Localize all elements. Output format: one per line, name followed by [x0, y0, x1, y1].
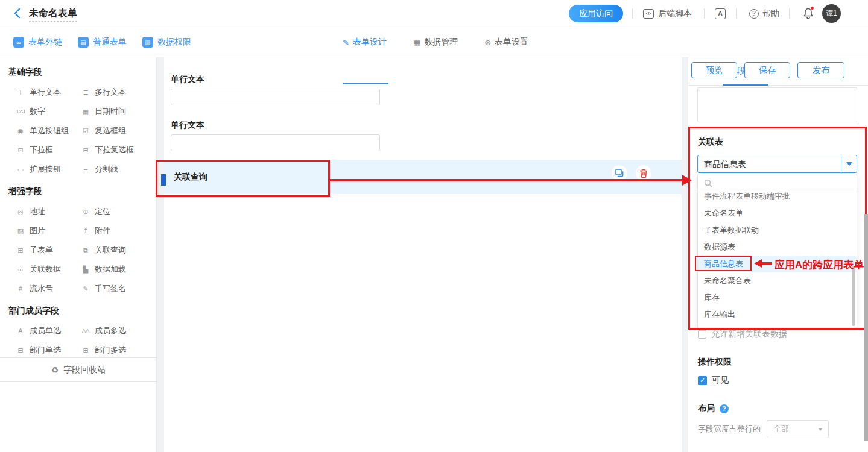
form-design-icon: ✎ [343, 38, 349, 47]
address-pin-icon: ◎ [16, 208, 25, 216]
dropdown-option[interactable]: 库存输出 [698, 306, 857, 323]
dropdown-search-input[interactable] [698, 174, 857, 192]
sidebar-item-single-line-text[interactable]: T单行文本 [16, 83, 81, 102]
sidebar-item-multi-line-text[interactable]: ≣多行文本 [81, 83, 156, 102]
data-management-icon: ▦ [413, 38, 420, 47]
item-label: 多行文本 [95, 87, 126, 98]
dropdown-option[interactable]: 数据源表 [698, 239, 857, 256]
notification-bell-icon[interactable] [802, 7, 816, 20]
help-circle-icon[interactable]: ? [720, 404, 729, 413]
sidebar-item-location[interactable]: ⊕定位 [81, 202, 156, 221]
item-label: 流水号 [30, 283, 53, 294]
sidebar-item-datetime[interactable]: ▦日期时间 [81, 102, 156, 121]
selected-field-lookup-query[interactable]: 关联查询 [164, 160, 682, 194]
sidebar-item-attachment[interactable]: ↥附件 [81, 221, 156, 240]
sidebar-item-select[interactable]: ⊡下拉框 [16, 140, 81, 160]
radio-icon: ◉ [16, 127, 25, 135]
sidebar-item-data-load[interactable]: ▙数据加载 [81, 260, 156, 279]
document-icon: ▤ [78, 37, 89, 48]
field-label: 单行文本 [171, 74, 204, 85]
annotation-arrowhead-right [682, 175, 692, 186]
item-label: 分割线 [95, 164, 118, 175]
question-circle-icon: ? [749, 9, 759, 19]
annotation-arrow-shaft [330, 179, 685, 181]
checkbox-visible-checked[interactable]: ✓ [698, 376, 707, 385]
code-icon: </> [643, 9, 654, 19]
item-label: 定位 [95, 206, 110, 217]
single-line-input[interactable] [171, 134, 380, 151]
item-label: 部门单选 [30, 345, 61, 356]
dropdown-option[interactable]: 库存 [698, 289, 857, 306]
item-label: 下拉复选框 [95, 145, 134, 155]
item-label: 数据加载 [95, 264, 126, 275]
divider [632, 8, 633, 19]
back-icon[interactable] [13, 8, 23, 19]
field-recycle-bin[interactable]: ♻ 字段回收站 [0, 357, 157, 382]
dropdown-option[interactable]: 未命名聚合表 [698, 272, 857, 289]
sidebar-item-radio-group[interactable]: ◉单选按钮组 [16, 121, 81, 140]
sidebar-item-divider-line[interactable]: ╍分割线 [81, 160, 156, 179]
item-label: 扩展按钮 [30, 164, 61, 175]
checkbox-allow-add[interactable] [698, 330, 706, 339]
sidebar-item-subform[interactable]: ⊞子表单 [16, 240, 81, 260]
dept-single-icon: ⊟ [16, 347, 25, 354]
sidebar-item-number[interactable]: 123数字 [16, 102, 81, 121]
multi-select-icon: ⊟ [81, 146, 90, 154]
translate-button[interactable]: A [715, 0, 726, 27]
item-label: 手写签名 [95, 283, 126, 294]
form-title[interactable]: 未命名表单 [29, 7, 77, 20]
related-table-value: 商品信息表 [704, 155, 746, 172]
item-label: 子表单 [30, 245, 53, 256]
visible-label: 可见 [712, 375, 729, 386]
normal-form-button[interactable]: ▤ 普通表单 [78, 37, 127, 48]
dropdown-option[interactable]: 未命名表单 [698, 205, 857, 222]
item-label: 日期时间 [95, 106, 126, 117]
checkbox-icon: ☑ [81, 127, 90, 135]
recycle-label: 字段回收站 [63, 365, 106, 375]
data-permission-button[interactable]: ▥ 数据权限 [142, 37, 191, 48]
tab-form-settings[interactable]: ⊛ 表单设置 [484, 37, 528, 48]
app-access-button[interactable]: 应用访问 [569, 5, 623, 22]
basic-fields-grid: T单行文本 ≣多行文本 123数字 ▦日期时间 ◉单选按钮组 ☑复选框组 ⊡下拉… [0, 83, 156, 179]
help-button[interactable]: ? 帮助 [749, 0, 779, 27]
field-width-select[interactable]: 全部 [767, 420, 829, 438]
dropdown-option[interactable]: 事件流程表单移动端审批 [698, 192, 857, 205]
sidebar-item-extend-button[interactable]: ▭扩展按钮 [16, 160, 81, 179]
field-label: 单行文本 [171, 120, 204, 131]
save-button[interactable]: 保存 [744, 62, 790, 78]
signature-icon: ✎ [81, 285, 90, 293]
item-label: 关联数据 [30, 264, 61, 275]
tab-data-management[interactable]: ▦ 数据管理 [413, 37, 458, 48]
sidebar-item-member-multi[interactable]: AA成员多选 [81, 321, 156, 341]
property-textarea[interactable] [697, 87, 857, 122]
sidebar-item-checkbox-group[interactable]: ☑复选框组 [81, 121, 156, 140]
recycle-icon: ♻ [51, 365, 59, 375]
sidebar-item-address[interactable]: ◎地址 [16, 202, 81, 221]
dropdown-scrollbar[interactable] [852, 266, 855, 326]
divider [789, 8, 790, 19]
sidebar-item-lookup-query[interactable]: ⧉关联查询 [81, 240, 156, 260]
publish-button[interactable]: 发布 [797, 62, 844, 78]
panel-scrollbar[interactable] [864, 214, 868, 441]
sidebar-item-related-data[interactable]: ∞关联数据 [16, 260, 81, 279]
form-external-link-button[interactable]: ∞ 表单外链 [13, 37, 62, 48]
sidebar-item-image[interactable]: ▨图片 [16, 221, 81, 240]
sidebar-item-multi-select[interactable]: ⊟下拉复选框 [81, 140, 156, 160]
preview-button[interactable]: 预览 [691, 62, 737, 78]
help-label: 帮助 [762, 8, 779, 19]
item-label: 单行文本 [30, 87, 61, 98]
tab-form-design[interactable]: ✎ 表单设计 [343, 37, 387, 48]
item-label: 地址 [30, 206, 45, 217]
avatar[interactable]: 谭1 [822, 4, 841, 23]
sidebar-item-member-single[interactable]: A成员单选 [16, 321, 81, 341]
related-table-select[interactable]: 商品信息表 [697, 155, 857, 173]
single-line-input[interactable] [171, 89, 380, 105]
backend-script-button[interactable]: </> 后端脚本 [643, 0, 692, 27]
sidebar-item-serial-number[interactable]: #流水号 [16, 279, 81, 298]
selected-field-label: 关联查询 [174, 172, 207, 183]
selection-marker [161, 174, 166, 186]
sidebar-item-signature[interactable]: ✎手写签名 [81, 279, 156, 298]
item-label: 复选框组 [95, 125, 126, 136]
dropdown-option[interactable]: 子表单数据联动 [698, 222, 857, 239]
divider [736, 8, 737, 19]
